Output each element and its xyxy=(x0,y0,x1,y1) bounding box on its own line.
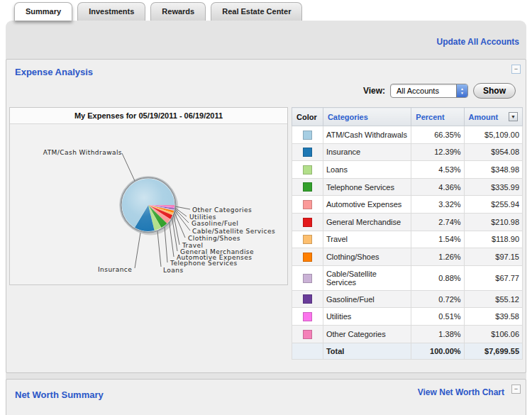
color-cell xyxy=(292,308,323,326)
category-cell: Travel xyxy=(323,231,411,248)
color-cell xyxy=(292,178,323,196)
category-cell: Other Categories xyxy=(323,325,411,343)
percent-cell: 3.32% xyxy=(411,196,464,214)
category-color-swatch xyxy=(303,165,312,175)
category-cell: Telephone Services xyxy=(323,178,411,196)
pie-label-clothing-shoes: Clothing/Shoes xyxy=(188,235,240,242)
view-controls: View: All Accounts ▲▼ Show xyxy=(9,77,523,107)
tab-investments[interactable]: Investments xyxy=(77,2,145,21)
view-net-worth-chart-link[interactable]: View Net Worth Chart xyxy=(418,387,504,397)
color-cell xyxy=(292,126,323,144)
pie-label-travel: Travel xyxy=(182,242,203,249)
total-percent: 100.00% xyxy=(411,343,464,359)
table-row: General Merchandise2.74%$210.98 xyxy=(292,213,523,231)
table-row: Telephone Services4.36%$335.99 xyxy=(292,178,523,196)
category-cell: Loans xyxy=(323,161,411,179)
amount-cell: $954.08 xyxy=(464,143,522,161)
percent-cell: 66.35% xyxy=(411,126,464,144)
column-header-amount[interactable]: Amount ▼ xyxy=(464,108,522,126)
category-cell: Insurance xyxy=(323,143,411,161)
percent-cell: 1.54% xyxy=(411,231,464,248)
expense-table: Color Categories Percent Amount ▼ ATM/ xyxy=(292,107,523,360)
color-cell xyxy=(292,265,323,290)
table-row: ATM/Cash Withdrawals66.35%$5,109.00 xyxy=(292,126,523,144)
collapse-expense-icon[interactable]: − xyxy=(511,65,521,74)
table-row: Insurance12.39%$954.08 xyxy=(292,143,523,161)
main-container: Update All Accounts Expense Analysis − V… xyxy=(6,21,526,415)
category-color-swatch xyxy=(303,294,312,304)
column-header-categories[interactable]: Categories xyxy=(323,108,411,126)
table-row: Other Categories1.38%$106.06 xyxy=(292,325,523,343)
category-cell: Clothing/Shoes xyxy=(323,248,411,266)
category-color-swatch xyxy=(303,235,312,244)
dropdown-stepper-icon: ▲▼ xyxy=(456,84,467,97)
update-all-accounts-link[interactable]: Update All Accounts xyxy=(437,37,519,47)
category-color-swatch xyxy=(303,131,312,140)
net-worth-panel: Net Worth Summary View Net Worth Chart − xyxy=(6,379,526,415)
percent-cell: 0.88% xyxy=(411,265,464,290)
expense-table-wrap: Color Categories Percent Amount ▼ ATM/ xyxy=(292,107,523,360)
show-button[interactable]: Show xyxy=(473,83,516,99)
category-color-swatch xyxy=(303,148,312,157)
category-cell: Utilities xyxy=(323,308,411,326)
pie-label-general-merchandise: General Merchandise xyxy=(180,248,254,255)
update-row: Update All Accounts xyxy=(6,31,526,59)
category-cell: General Merchandise xyxy=(323,213,411,231)
percent-cell: 0.51% xyxy=(411,308,464,326)
amount-cell: $97.15 xyxy=(464,248,522,266)
amount-cell: $348.98 xyxy=(464,161,522,179)
color-cell xyxy=(292,231,323,248)
pie-label-loans: Loans xyxy=(163,267,184,274)
tab-rewards[interactable]: Rewards xyxy=(150,2,206,21)
percent-cell: 2.74% xyxy=(411,213,464,231)
category-cell: Automotive Expenses xyxy=(323,196,411,214)
pie-shine xyxy=(122,179,174,231)
percent-cell: 12.39% xyxy=(411,143,464,161)
category-color-swatch xyxy=(303,274,312,283)
table-row: Travel1.54%$118.90 xyxy=(292,231,523,248)
color-cell xyxy=(292,161,323,179)
pie-label-atm-cash-withdrawals: ATM/Cash Withdrawals xyxy=(34,149,122,156)
amount-cell: $55.12 xyxy=(464,290,522,308)
pie-label-utilities: Utilities xyxy=(189,214,216,221)
expense-panel-title: Expense Analysis xyxy=(9,62,523,77)
table-row: Loans4.53%$348.98 xyxy=(292,161,523,179)
color-cell xyxy=(292,196,323,214)
tab-summary[interactable]: Summary xyxy=(14,2,72,21)
column-header-percent[interactable]: Percent xyxy=(411,108,464,126)
total-label: Total xyxy=(323,343,411,359)
accounts-select-value: All Accounts xyxy=(391,84,456,97)
collapse-networth-icon[interactable]: − xyxy=(511,384,521,394)
category-color-swatch xyxy=(303,218,312,227)
column-header-color: Color xyxy=(292,108,323,126)
color-cell xyxy=(292,143,323,161)
table-total-row: Total 100.00% $7,699.55 xyxy=(292,343,523,359)
color-cell xyxy=(292,248,323,266)
amount-cell: $39.58 xyxy=(464,308,522,326)
amount-cell: $335.99 xyxy=(464,178,522,196)
accounts-select[interactable]: All Accounts ▲▼ xyxy=(390,84,468,98)
category-color-swatch xyxy=(303,182,312,192)
table-row: Gasoline/Fuel0.72%$55.12 xyxy=(292,290,523,308)
amount-cell: $5,109.00 xyxy=(464,126,522,144)
table-row: Automotive Expenses3.32%$255.94 xyxy=(292,196,523,214)
color-cell xyxy=(292,325,323,343)
table-row: Utilities0.51%$39.58 xyxy=(292,308,523,326)
expense-content: My Expenses for 05/19/2011 - 06/19/2011 xyxy=(9,107,523,370)
tab-real-estate-center[interactable]: Real Estate Center xyxy=(211,2,302,21)
pie-label-other-categories: Other Categories xyxy=(192,206,252,214)
color-cell xyxy=(292,213,323,231)
pie-label-insurance: Insurance xyxy=(98,266,132,273)
pie-label-gasoline-fuel: Gasoline/Fuel xyxy=(192,220,238,227)
total-amount: $7,699.55 xyxy=(464,343,522,359)
amount-cell: $210.98 xyxy=(464,213,522,231)
amount-cell: $118.90 xyxy=(464,231,522,248)
category-color-swatch xyxy=(303,312,312,321)
amount-sort-icon[interactable]: ▼ xyxy=(509,112,518,121)
view-label: View: xyxy=(363,86,385,96)
expense-analysis-panel: Expense Analysis − View: All Accounts ▲▼… xyxy=(6,59,526,373)
color-cell xyxy=(292,290,323,308)
table-row: Cable/Satellite Services0.88%$67.77 xyxy=(292,265,523,290)
percent-cell: 0.72% xyxy=(411,290,464,308)
amount-cell: $67.77 xyxy=(464,265,522,290)
